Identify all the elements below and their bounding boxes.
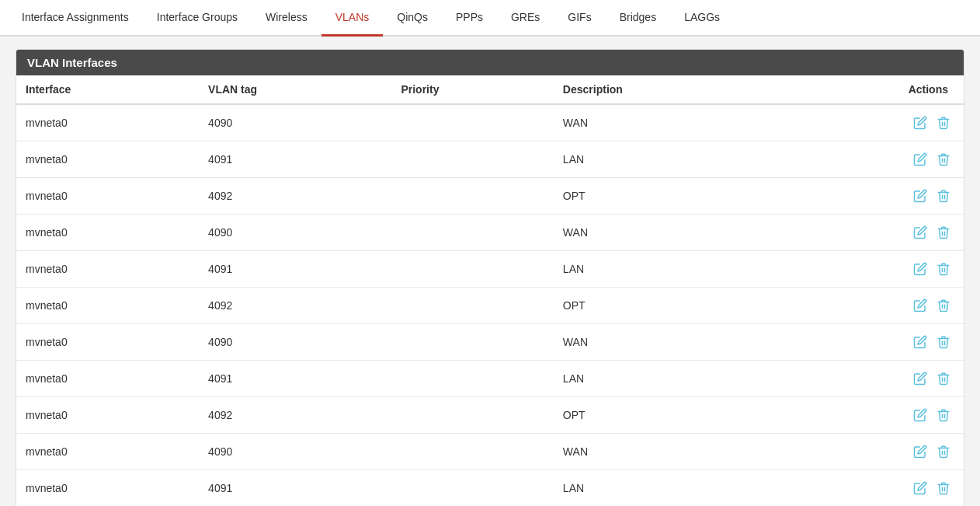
tab-interface-groups[interactable]: Interface Groups [143, 0, 252, 37]
edit-button[interactable] [909, 404, 931, 426]
cell-interface: mvneta0 [16, 251, 199, 288]
edit-button[interactable] [909, 295, 931, 316]
cell-actions [777, 215, 964, 251]
table-row: mvneta04092OPT [16, 397, 964, 434]
cell-priority [391, 397, 553, 434]
cell-priority [391, 251, 553, 288]
cell-priority [391, 141, 553, 178]
table-row: mvneta04091LAN [16, 361, 964, 397]
delete-button[interactable] [933, 441, 954, 462]
col-interface: Interface [16, 75, 199, 104]
delete-button[interactable] [933, 258, 954, 280]
delete-button[interactable] [933, 368, 954, 389]
cell-actions [777, 324, 964, 361]
vlan-panel: VLAN Interfaces Interface VLAN tag Prior… [16, 49, 964, 506]
edit-button[interactable] [909, 331, 931, 353]
cell-actions [777, 470, 964, 507]
cell-actions [777, 104, 964, 141]
table-body: mvneta04090WAN mvneta04091LAN mvneta0409… [16, 104, 964, 506]
edit-button[interactable] [909, 148, 931, 170]
main-content: VLAN Interfaces Interface VLAN tag Prior… [0, 37, 980, 506]
table-row: mvneta04090WAN [16, 104, 964, 141]
cell-vlan-tag: 4090 [199, 215, 391, 251]
edit-button[interactable] [909, 441, 931, 462]
cell-interface: mvneta0 [16, 324, 199, 361]
cell-priority [391, 104, 553, 141]
cell-description: OPT [554, 397, 777, 434]
tab-ppps[interactable]: PPPs [442, 0, 497, 37]
table-row: mvneta04090WAN [16, 215, 964, 251]
cell-vlan-tag: 4091 [199, 361, 391, 397]
table-header: Interface VLAN tag Priority Description … [16, 75, 964, 104]
cell-description: LAN [554, 470, 777, 507]
cell-actions [777, 141, 964, 178]
table-row: mvneta04090WAN [16, 324, 964, 361]
tab-gifs[interactable]: GIFs [554, 0, 605, 37]
cell-actions [777, 178, 964, 215]
edit-button[interactable] [909, 477, 931, 499]
tab-wireless[interactable]: Wireless [252, 0, 321, 37]
cell-interface: mvneta0 [16, 178, 199, 215]
delete-button[interactable] [933, 295, 954, 316]
tabs-container: Interface AssignmentsInterface GroupsWir… [0, 0, 980, 37]
cell-actions [777, 288, 964, 324]
cell-interface: mvneta0 [16, 434, 199, 470]
delete-button[interactable] [933, 185, 954, 207]
cell-interface: mvneta0 [16, 215, 199, 251]
delete-button[interactable] [933, 477, 954, 499]
cell-description: WAN [554, 324, 777, 361]
tab-interface-assignments[interactable]: Interface Assignments [8, 0, 143, 37]
delete-button[interactable] [933, 148, 954, 170]
cell-priority [391, 470, 553, 507]
cell-description: LAN [554, 141, 777, 178]
cell-description: WAN [554, 215, 777, 251]
table-row: mvneta04090WAN [16, 434, 964, 470]
cell-priority [391, 361, 553, 397]
cell-vlan-tag: 4091 [199, 141, 391, 178]
cell-interface: mvneta0 [16, 288, 199, 324]
tab-gres[interactable]: GREs [497, 0, 554, 37]
cell-priority [391, 434, 553, 470]
cell-vlan-tag: 4090 [199, 434, 391, 470]
delete-button[interactable] [933, 112, 954, 134]
edit-button[interactable] [909, 368, 931, 389]
delete-button[interactable] [933, 331, 954, 353]
cell-interface: mvneta0 [16, 397, 199, 434]
table-row: mvneta04091LAN [16, 251, 964, 288]
col-vlan-tag: VLAN tag [199, 75, 391, 104]
edit-button[interactable] [909, 112, 931, 134]
cell-vlan-tag: 4092 [199, 397, 391, 434]
cell-actions [777, 434, 964, 470]
tab-bridges[interactable]: Bridges [606, 0, 670, 37]
table-row: mvneta04092OPT [16, 178, 964, 215]
delete-button[interactable] [933, 222, 954, 243]
cell-description: OPT [554, 288, 777, 324]
delete-button[interactable] [933, 404, 954, 426]
cell-description: WAN [554, 434, 777, 470]
tab-qinqs[interactable]: QinQs [383, 0, 442, 37]
col-priority: Priority [391, 75, 553, 104]
cell-description: WAN [554, 104, 777, 141]
table-row: mvneta04091LAN [16, 141, 964, 178]
cell-vlan-tag: 4090 [199, 324, 391, 361]
edit-button[interactable] [909, 258, 931, 280]
table-row: mvneta04091LAN [16, 470, 964, 507]
tab-laggs[interactable]: LAGGs [670, 0, 734, 37]
cell-interface: mvneta0 [16, 470, 199, 507]
cell-vlan-tag: 4091 [199, 251, 391, 288]
cell-vlan-tag: 4092 [199, 178, 391, 215]
cell-actions [777, 251, 964, 288]
panel-heading: VLAN Interfaces [16, 50, 964, 75]
cell-priority [391, 324, 553, 361]
cell-actions [777, 397, 964, 434]
cell-interface: mvneta0 [16, 104, 199, 141]
cell-interface: mvneta0 [16, 361, 199, 397]
cell-description: LAN [554, 361, 777, 397]
cell-actions [777, 361, 964, 397]
edit-button[interactable] [909, 222, 931, 243]
tab-vlans[interactable]: VLANs [321, 0, 384, 37]
vlan-table: Interface VLAN tag Priority Description … [16, 75, 964, 506]
edit-button[interactable] [909, 185, 931, 207]
cell-description: LAN [554, 251, 777, 288]
col-description: Description [554, 75, 777, 104]
